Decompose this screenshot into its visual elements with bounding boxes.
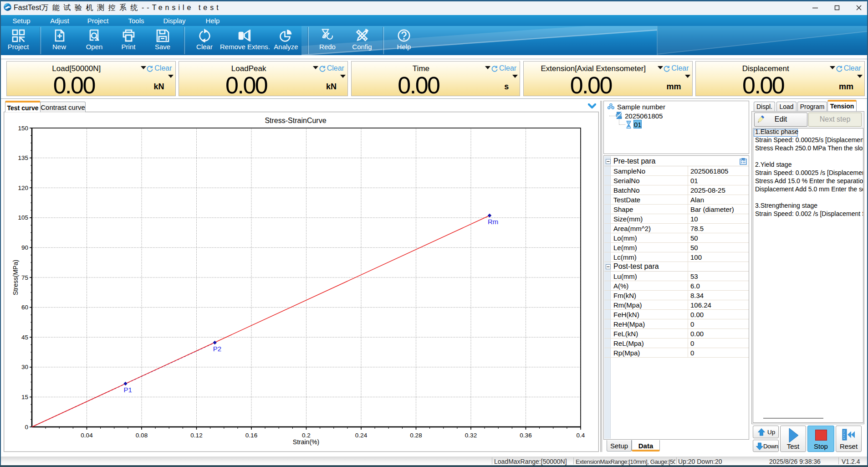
svg-text:15: 15: [21, 394, 28, 400]
svg-text:60: 60: [21, 304, 28, 311]
svg-text:Stress-StrainCurve: Stress-StrainCurve: [265, 117, 326, 124]
svg-text:0.36: 0.36: [520, 432, 531, 439]
svg-text:0.4: 0.4: [577, 432, 585, 439]
svg-text:Rm: Rm: [488, 218, 498, 226]
svg-text:0.32: 0.32: [465, 432, 477, 439]
svg-text:Stress(MPa): Stress(MPa): [12, 260, 19, 295]
svg-text:0.2: 0.2: [302, 432, 311, 439]
svg-text:0.08: 0.08: [136, 432, 148, 439]
svg-text:90: 90: [21, 244, 28, 251]
svg-text:135: 135: [18, 154, 28, 161]
svg-text:0.12: 0.12: [190, 432, 202, 439]
svg-text:0.04: 0.04: [81, 432, 93, 439]
svg-text:45: 45: [21, 334, 28, 341]
svg-text:150: 150: [18, 125, 28, 132]
svg-text:0.28: 0.28: [410, 432, 422, 439]
svg-text:0.24: 0.24: [355, 432, 368, 439]
svg-text:120: 120: [18, 185, 28, 191]
svg-text:P2: P2: [213, 345, 221, 353]
svg-text:75: 75: [21, 274, 28, 281]
svg-text:0.16: 0.16: [245, 432, 257, 439]
svg-text:30: 30: [21, 364, 28, 370]
svg-text:0: 0: [25, 424, 28, 431]
svg-text:105: 105: [18, 214, 28, 221]
svg-text:Strain(%): Strain(%): [293, 438, 319, 446]
svg-text:P1: P1: [124, 386, 132, 394]
